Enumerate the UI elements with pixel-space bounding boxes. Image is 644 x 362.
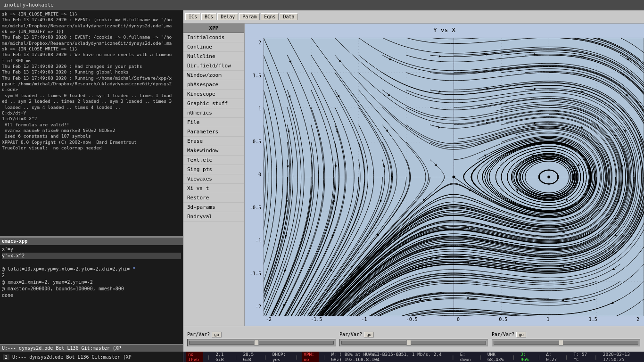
emacs-extra-1: @ total=10,xp=x,yp=y,xlo=-2,ylo=-2,xhi=2… [2,266,135,272]
status-unk: UNK 68,43% [486,352,509,362]
emacs-line-2: y'=x-x^2 [2,253,181,259]
param-bar-3: Par/Var? go [492,332,640,346]
menu-item-parameters[interactable]: Parameters [183,127,244,137]
param-bar-2-slider-container[interactable] [339,339,488,346]
param-bar-1-top: Par/Var? go [187,332,336,337]
toolbar-btn-delay[interactable]: Delay [217,13,238,20]
plot-canvas-wrapper [264,38,644,316]
plot-area: Y vs X 2 1.5 1 0.5 0 -0.5 -1 -1.5 -2 [245,24,644,326]
menu-item-restore[interactable]: Restore [183,193,244,203]
xpp-menu-title: XPP [183,24,244,33]
status-dhcp: DHCP: yes [271,352,292,362]
param-bar-2-thumb [406,340,411,346]
titlebar: inotify-hookable [0,0,644,10]
x-label-neg0.5: -0.5 [406,317,418,322]
toolbar-btn-data[interactable]: Data [280,13,297,20]
param-bar-2-label: Par/Var? [339,332,362,337]
menu-item-continue[interactable]: Continue [183,42,244,52]
status-bot: Bot [66,354,74,360]
param-bar-2-slider[interactable] [341,341,486,345]
menu-item-numerics[interactable]: nUmerics [183,108,244,118]
y-label-0.5: 0.5 [253,139,261,144]
toolbar-btn-param[interactable]: Param [239,13,260,20]
titlebar-text: inotify-hookable [4,2,54,8]
param-bar-1-slider[interactable] [189,341,334,345]
emacs-mode-text: U:--- dynsys2d.ode Bot L136 Git:master (… [2,346,121,351]
menu-item-singpts[interactable]: Sing pts [183,165,244,174]
param-bar-1-slider-container[interactable] [187,339,336,346]
bottom-bars: Par/Var? go Par/Var? go [183,326,644,352]
emacs-content: x'=y y'=x-x^2 @ total=10,xp=x,yp=y,xlo=-… [0,245,183,344]
param-bar-3-slider[interactable] [494,341,638,345]
menu-item-xivst[interactable]: Xi vs t [183,184,244,193]
menu-item-graphicstuff[interactable]: Graphic stuff [183,99,244,108]
xpp-menu: XPP Initialconds Continue Nullcline Dir.… [183,24,245,326]
status-delta: Δ: 0,27 [544,352,561,362]
status-extra: (XP [123,354,132,360]
x-label-neg1: -1 [362,317,367,322]
emacs-extra-5: done [2,293,13,298]
x-label-0.5: 0.5 [499,317,507,322]
param-bar-1-go[interactable]: go [212,332,222,337]
status-disk: 28,5 GiB [241,352,260,362]
menu-item-bndryval[interactable]: Bndryval [183,212,244,222]
menu-item-phasespace[interactable]: phAsespace [183,80,244,90]
status-temp: T: 57 °C [572,352,591,362]
x-axis-labels: -2 -1.5 -1 -0.5 0 0.5 1 1.5 2 [266,314,639,324]
xpp-menu-list: Initialconds Continue Nullcline Dir.fiel… [183,33,244,222]
param-bar-2-top: Par/Var? go [339,332,488,337]
status-vpn: VPN: no [302,352,319,362]
emacs-extra-2: 2 [2,273,5,278]
x-label-1: 1 [547,317,550,322]
param-bar-3-top: Par/Var? go [492,332,640,337]
y-label-1.5: 1.5 [253,73,261,78]
param-bar-3-label: Par/Var? [492,332,514,337]
param-bar-3-go[interactable]: go [516,332,526,337]
menu-item-nullcline[interactable]: Nullcline [183,52,244,61]
status-line: L136 [77,354,89,360]
menu-item-kinescope[interactable]: Kinescope [183,90,244,99]
y-label-neg0.5: -0.5 [250,205,261,210]
status-git: Git:master [92,354,120,360]
toolbar-btn-ics[interactable]: ICs [185,13,200,20]
param-bar-1: Par/Var? go [187,332,336,346]
menu-item-viewaxes[interactable]: Viewaxes [183,174,244,184]
param-bar-2: Par/Var? go [339,332,488,346]
main-container: sk => {IN_CLOSE_WRITE => 1}} Thu Feb 13 … [0,10,644,352]
y-label-neg1: -1 [256,238,261,243]
status-eth: E: down [458,352,475,362]
status-ram: 2,1 GiB [214,352,231,362]
toolbar-btn-eqns[interactable]: Eqns [261,13,279,20]
statusbar-sys: no IPv6 | 2,1 GiB | 28,5 GiB | DHCP: yes… [183,352,644,362]
toolbar-btn-bcs[interactable]: BCs [201,13,216,20]
menu-item-windowzoom[interactable]: Window/zoom [183,71,244,80]
status-wifi: W: ( 88% at HUAWEI-B315-6B51, 1 Mb/s, 2,… [329,352,448,362]
y-label-neg2: -2 [256,304,261,309]
emacs-title: emacs-xpp [0,238,183,245]
status-emacs-mode: U:--- [12,354,26,360]
menu-item-textetc[interactable]: Text,etc [183,156,244,165]
menu-item-file[interactable]: File [183,118,244,127]
status-ipv6: no IPv6 [186,352,203,362]
status-j: J: 96% [519,352,534,362]
phase-plot-canvas [264,38,644,316]
menu-item-3dparams[interactable]: 3d-params [183,203,244,212]
x-label-neg2: -2 [266,317,272,322]
x-label-neg1.5: -1.5 [311,317,322,322]
param-bar-3-slider-container[interactable] [492,339,640,346]
menu-item-erase[interactable]: Erase [183,137,244,146]
menu-item-dirfield[interactable]: Dir.field/flow [183,61,244,71]
xpp-content: XPP Initialconds Continue Nullcline Dir.… [183,24,644,326]
status-filename: dynsys2d.ode [29,354,63,360]
xpp-area: ICs BCs Delay Param Eqns Data XPP Initia… [183,10,644,352]
menu-item-initialconds[interactable]: Initialconds [183,33,244,42]
y-label-2: 2 [258,40,261,45]
statusbar-emacs: 2 U:--- dynsys2d.ode Bot L136 Git:master… [0,352,183,362]
y-label-1: 1 [258,106,261,111]
menu-item-makewindow[interactable]: Makewindow [183,146,244,156]
param-bar-2-go[interactable]: go [364,332,374,337]
emacs-extra-4: @ maxstor=2000000, bounds=100000, nmesh=… [2,286,124,291]
emacs-extra-3: @ xmax=2,xmin=-2, ymax=2,ymin=-2 [2,280,93,285]
x-label-1.5: 1.5 [589,317,597,322]
param-bar-1-thumb [254,340,259,346]
